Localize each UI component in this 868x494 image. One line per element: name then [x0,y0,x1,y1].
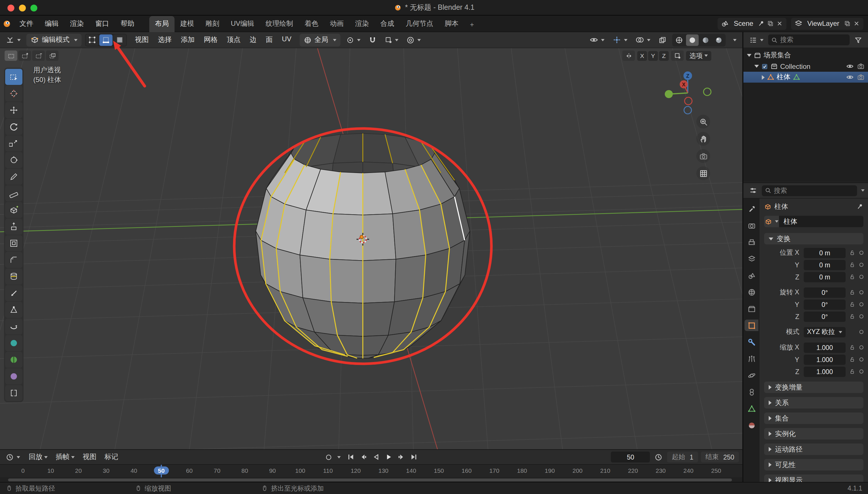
workspace-tab-5[interactable]: 着色 [299,16,324,32]
workspace-tab-7[interactable]: 渲染 [349,16,374,32]
tool-box-select[interactable] [5,69,22,85]
tool-spin[interactable] [5,319,22,335]
frame-tick-190[interactable]: 190 [545,467,555,474]
end-frame-field[interactable]: 结束250 [701,452,739,462]
camera-data-icon[interactable] [696,149,710,163]
section-header-2[interactable]: 集合 [764,413,863,424]
tool-annotate[interactable] [5,169,22,185]
frame-tick-60[interactable]: 60 [186,467,192,474]
tool-rip-region[interactable] [5,385,22,401]
app-menu-2[interactable]: 渲染 [64,19,90,28]
section-header-1[interactable]: 关系 [764,397,863,408]
pin-icon[interactable] [856,203,863,210]
zoom-view-icon[interactable] [696,115,710,129]
viewport-menu-7[interactable]: UV [277,35,296,45]
workspace-tab-4[interactable]: 纹理绘制 [260,16,299,32]
value-field[interactable]: 1.000 [804,354,845,365]
tool-loop-cut[interactable] [5,268,22,285]
sel-new-button[interactable] [5,51,17,61]
hide-eye-icon[interactable] [846,73,854,81]
lock-open-icon[interactable] [849,301,855,307]
hand-view-icon[interactable] [696,132,710,146]
app-menu-1[interactable]: 编辑 [39,19,64,28]
frame-tick-80[interactable]: 80 [241,467,248,474]
pivot-point-dropdown[interactable] [344,34,363,46]
section-header-6[interactable]: 视图显示 [764,475,863,482]
shade-wire-icon[interactable] [673,34,685,45]
value-field[interactable]: 0 m [804,248,845,258]
object-id-dropdown[interactable] [764,216,779,227]
mode-dropdown[interactable]: 编辑模式 [26,34,81,46]
workspace-tab-8[interactable]: 合成 [374,16,400,32]
autokey-icon[interactable] [322,451,334,463]
workspace-tab-1[interactable]: 建模 [174,16,200,32]
workspace-tab-3[interactable]: UV编辑 [225,16,260,32]
frame-tick-0[interactable]: 0 [21,467,25,474]
value-field[interactable]: 1.000 [804,342,845,353]
tool-smooth[interactable] [5,335,22,351]
tool-rotate[interactable] [5,119,22,135]
viewport-menu-1[interactable]: 选择 [153,35,176,45]
properties-tab-material[interactable] [744,419,758,431]
tool-poly-build[interactable] [5,302,22,318]
shading-dropdown[interactable] [729,34,739,46]
outliner-search-input[interactable]: 搜索 [768,34,850,45]
value-field[interactable]: 0 m [804,260,845,270]
workspace-tab-2[interactable]: 雕刻 [200,16,225,32]
outliner-item-label[interactable]: Collection [780,62,810,70]
workspace-tab-10[interactable]: 脚本 [439,16,464,32]
timeline-menu-0[interactable]: 回放 [25,452,52,462]
options-dropdown[interactable]: 选项 [686,51,711,60]
mirror-axis-x-button[interactable]: X [637,51,647,60]
frame-tick-200[interactable]: 200 [572,467,583,474]
section-header-4[interactable]: 运动路径 [764,443,863,455]
mirror-icon[interactable] [622,51,635,61]
close-x-icon[interactable] [776,20,783,27]
copy-icon[interactable] [844,20,851,27]
frame-tick-180[interactable]: 180 [517,467,527,474]
value-field[interactable]: 0 m [804,272,845,282]
tr-revplay-button[interactable] [370,451,382,463]
lock-open-icon[interactable] [849,262,855,268]
section-header-3[interactable]: 实例化 [764,428,863,439]
copy-icon[interactable] [767,20,774,27]
mirror-axis-y-button[interactable]: Y [648,51,658,60]
scene-name[interactable]: Scene [732,19,756,27]
lock-open-icon[interactable] [849,356,855,363]
properties-tab-viewlayer[interactable] [744,253,758,265]
disable-render-camera-icon[interactable] [857,73,865,81]
vertex-mode-icon[interactable] [86,34,99,45]
frame-tick-10[interactable]: 10 [48,467,54,474]
properties-tab-output[interactable] [744,236,758,248]
frame-tick-250[interactable]: 250 [711,467,721,474]
minimize-window-button[interactable] [19,5,26,12]
proportional-edit-dropdown[interactable] [404,34,423,46]
viewport-menu-6[interactable]: 面 [261,35,277,45]
app-menu-4[interactable]: 帮助 [115,19,140,28]
viewport-menu-5[interactable]: 边 [245,35,261,45]
outliner-editor-type-button[interactable] [747,34,766,46]
tool-move[interactable] [5,102,22,118]
properties-tab-tool[interactable] [744,203,758,214]
frame-tick-220[interactable]: 220 [628,467,638,474]
lock-open-icon[interactable] [849,313,855,320]
tool-knife[interactable] [5,285,22,301]
outliner-row-0[interactable]: 场景集合 [743,50,868,61]
value-field[interactable]: 0° [804,311,845,322]
workspace-tab-9[interactable]: 几何节点 [400,16,439,32]
current-frame-field[interactable]: 50 [611,452,650,462]
frame-tick-120[interactable]: 120 [351,467,361,474]
frame-tick-110[interactable]: 110 [323,467,333,474]
value-field[interactable]: 0° [804,287,845,298]
lock-open-icon[interactable] [849,368,855,375]
sel-subtract-button[interactable] [32,51,45,61]
hide-eye-icon[interactable] [846,62,854,70]
viewport-menu-2[interactable]: 添加 [176,35,199,45]
properties-tab-modifiers[interactable] [744,336,758,348]
value-field[interactable]: 1.000 [804,366,845,377]
breadcrumb-object[interactable]: 柱体 [774,202,788,211]
outliner-filter-button[interactable] [852,34,865,46]
close-window-button[interactable] [7,5,14,12]
checkbox-icon[interactable] [761,63,768,70]
keyframe-dot[interactable] [860,251,863,255]
